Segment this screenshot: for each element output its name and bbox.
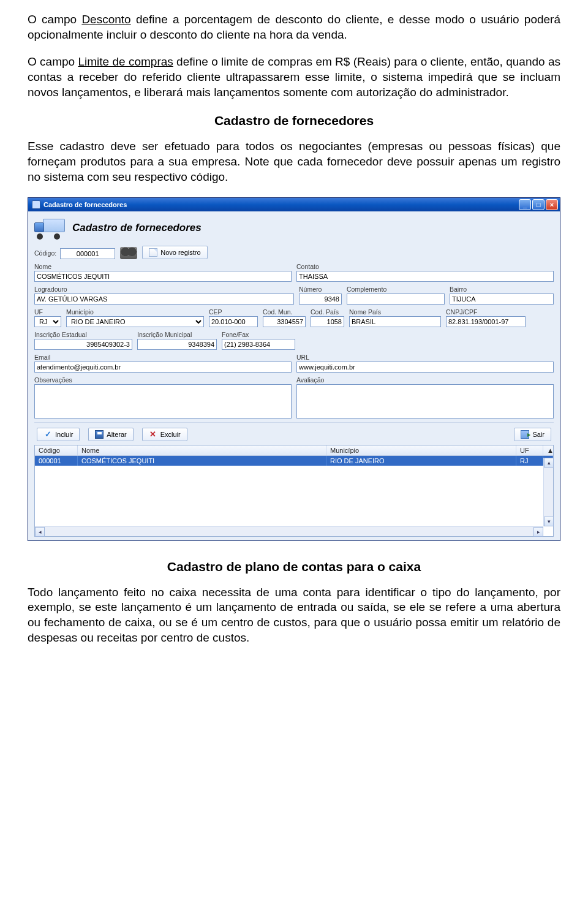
cod-mun-input[interactable] [263, 316, 306, 327]
check-icon: ✓ [43, 430, 52, 439]
municipio-select[interactable]: RIO DE JANEIRO [66, 316, 204, 327]
alterar-button[interactable]: Alterar [88, 428, 133, 441]
cell-municipio: RIO DE JANEIRO [326, 456, 516, 466]
obs-textarea[interactable] [34, 384, 292, 419]
obs-label: Observações [34, 376, 292, 384]
logradouro-label: Logradouro [34, 286, 294, 293]
doc-paragraph-limite: O campo Limite de compras define o limit… [28, 55, 560, 100]
cnpj-cpf-input[interactable] [446, 316, 526, 327]
scroll-down-icon[interactable]: ▾ [544, 517, 554, 526]
maximize-button[interactable]: □ [532, 199, 545, 210]
action-bar: ✓ Incluir Alterar ✕ Excluir Sair [34, 422, 554, 445]
underlined-term: Desconto [81, 13, 130, 26]
aval-textarea[interactable] [296, 384, 554, 419]
form-title: Cadastro de fornecedores [72, 222, 202, 234]
contato-input[interactable] [296, 271, 554, 282]
col-codigo[interactable]: Código [35, 445, 78, 455]
nome-label: Nome [34, 263, 292, 270]
doc-heading-fornecedores: Cadastro de fornecedores [28, 113, 560, 128]
col-scroll-spacer: ▲ [543, 445, 553, 455]
minimize-button[interactable]: _ [519, 199, 531, 210]
doc-paragraph-fornecedores: Esse cadastro deve ser efetuado para tod… [28, 139, 560, 184]
cell-codigo: 000001 [35, 456, 78, 466]
insc-mun-input[interactable] [137, 339, 217, 350]
cell-uf: RJ [516, 456, 543, 466]
codigo-input[interactable] [60, 248, 115, 259]
col-uf[interactable]: UF [516, 445, 543, 455]
scroll-left-icon[interactable]: ◂ [35, 527, 45, 537]
scroll-right-icon[interactable]: ▸ [533, 527, 543, 537]
fone-fax-input[interactable] [222, 339, 295, 350]
email-label: Email [34, 354, 292, 361]
fornecedor-grid[interactable]: Código Nome Município UF ▲ 000001 COSMÉT… [34, 445, 554, 537]
text: O campo [28, 13, 81, 26]
cell-nome: COSMÉTICOS JEQUITI [78, 456, 326, 466]
complemento-label: Complemento [347, 286, 445, 293]
text: O campo [28, 55, 78, 68]
button-label: Alterar [107, 431, 126, 438]
bairro-input[interactable] [450, 294, 554, 305]
doc-paragraph-plano-contas: Todo lançamento feito no caixa necessita… [28, 585, 560, 646]
scroll-up-icon[interactable]: ▴ [544, 458, 554, 468]
nome-pais-label: Nome País [349, 308, 441, 316]
grid-header: Código Nome Município UF ▲ [35, 445, 553, 456]
cep-input[interactable] [209, 316, 258, 327]
cod-pais-input[interactable] [311, 316, 344, 327]
novo-registro-button[interactable]: Novo registro [142, 246, 207, 259]
url-input[interactable] [296, 362, 554, 373]
table-row[interactable]: 000001 COSMÉTICOS JEQUITI RIO DE JANEIRO… [35, 456, 553, 466]
sair-button[interactable]: Sair [514, 428, 551, 441]
app-icon [32, 200, 40, 209]
numero-label: Número [299, 286, 342, 293]
incluir-button[interactable]: ✓ Incluir [37, 428, 80, 441]
app-window: Cadastro de fornecedores _ □ × Cadastro … [28, 197, 560, 541]
button-label: Excluir [160, 431, 181, 438]
button-label: Sair [532, 431, 545, 438]
excluir-button[interactable]: ✕ Excluir [142, 428, 187, 441]
cod-pais-label: Cod. País [311, 308, 344, 316]
complemento-input[interactable] [347, 294, 445, 305]
bairro-label: Bairro [450, 286, 554, 293]
nome-pais-input[interactable] [349, 316, 441, 327]
uf-label: UF [34, 308, 61, 316]
uf-select[interactable]: RJ [34, 316, 61, 327]
truck-icon [34, 216, 66, 240]
button-label: Novo registro [160, 249, 200, 256]
insc-est-label: Inscrição Estadual [34, 331, 132, 338]
grid-scrollbar-horizontal[interactable]: ◂ ▸ [35, 526, 543, 536]
aval-label: Avaliação [296, 376, 554, 384]
disk-icon [95, 430, 104, 439]
x-icon: ✕ [149, 430, 157, 439]
doc-heading-plano-contas: Cadastro de plano de contas para o caixa [28, 559, 560, 574]
codigo-label: Código: [34, 249, 56, 257]
logradouro-input[interactable] [34, 294, 294, 305]
exit-icon [521, 430, 529, 439]
doc-paragraph-desconto: O campo Desconto define a porcentagem de… [28, 12, 560, 42]
cep-label: CEP [209, 308, 258, 316]
insc-mun-label: Inscrição Municipal [137, 331, 217, 338]
municipio-label: Município [66, 308, 204, 316]
button-label: Incluir [55, 431, 73, 438]
titlebar: Cadastro de fornecedores _ □ × [28, 198, 560, 211]
close-button[interactable]: × [546, 199, 558, 210]
new-file-icon [149, 248, 157, 257]
nome-input[interactable] [34, 271, 292, 282]
underlined-term: Limite de compras [78, 55, 173, 68]
insc-est-input[interactable] [34, 339, 132, 350]
binoculars-icon[interactable] [120, 247, 137, 259]
col-municipio[interactable]: Município [326, 445, 516, 455]
numero-input[interactable] [299, 294, 342, 305]
email-input[interactable] [34, 362, 292, 373]
url-label: URL [296, 354, 554, 361]
fone-fax-label: Fone/Fax [222, 331, 295, 338]
cod-mun-label: Cod. Mun. [263, 308, 306, 316]
grid-scrollbar-vertical[interactable]: ▴ ▾ [543, 458, 553, 526]
window-title: Cadastro de fornecedores [43, 201, 127, 208]
col-nome[interactable]: Nome [78, 445, 326, 455]
contato-label: Contato [296, 263, 554, 270]
cnpj-cpf-label: CNPJ/CPF [446, 308, 526, 316]
